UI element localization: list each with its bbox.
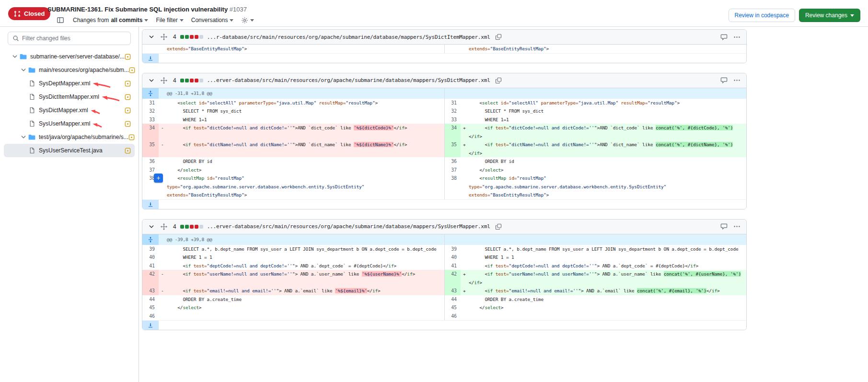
code-line-right[interactable]: <if test="deptCode!=null and deptCode!='… xyxy=(461,262,746,270)
tree-item-sysdeptmapper-xml[interactable]: SysDeptMapper.xml xyxy=(4,77,135,90)
line-number-left[interactable]: 40 xyxy=(142,253,159,262)
code-line-right[interactable]: + <if test="userName!=null and userName!… xyxy=(461,270,746,287)
code-line-right[interactable]: </select> xyxy=(461,303,746,312)
collapse-file-button[interactable] xyxy=(147,222,156,231)
sidebar-toggle-button[interactable] xyxy=(56,15,65,25)
file-kebab-button[interactable] xyxy=(732,76,741,85)
conversations-dropdown[interactable]: Conversations xyxy=(191,17,234,23)
modified-status-icon[interactable] xyxy=(125,81,131,87)
code-line-right[interactable]: ORDER BY a.create_time xyxy=(461,295,746,304)
code-line-left[interactable]: extends="BaseEntityResultMap"> xyxy=(159,45,444,53)
line-number-right[interactable]: 44 xyxy=(444,295,461,304)
line-number-left[interactable]: 38 xyxy=(142,174,159,183)
code-line-right[interactable]: extends="BaseEntityResultMap"> xyxy=(461,191,746,199)
copy-path-button[interactable] xyxy=(494,222,503,231)
line-number-right[interactable]: 31 xyxy=(444,99,461,107)
expand-down-button[interactable] xyxy=(142,321,159,330)
drag-handle-icon[interactable] xyxy=(160,222,168,231)
tree-item-test-java-org-apache-submarine-s[interactable]: test/java/org/apache/submarine/s... xyxy=(4,130,135,144)
line-number-right[interactable]: 34 xyxy=(444,124,461,140)
modified-status-icon[interactable] xyxy=(125,148,131,154)
line-number-right[interactable]: 40 xyxy=(444,253,461,262)
code-line-left[interactable]: SELECT * FROM sys_dict xyxy=(159,107,444,116)
code-line-left[interactable]: WHERE 1=1 xyxy=(159,116,444,124)
code-line-left[interactable]: - <if test="userName!=null and userName!… xyxy=(159,270,444,287)
code-line-left[interactable]: <if test="deptCode!=null and deptCode!='… xyxy=(159,262,444,270)
code-line-left[interactable]: SELECT a.*, b.dept_name FROM sys_user a … xyxy=(159,245,444,254)
code-line-right[interactable]: + <if test="dictName!=null and dictName!… xyxy=(461,140,746,157)
code-line-left[interactable]: </select> xyxy=(159,166,444,174)
tree-item-sysdictitemmapper-xml[interactable]: SysDictItemMapper.xml xyxy=(4,90,135,104)
drag-handle-icon[interactable] xyxy=(160,33,168,41)
code-line-right[interactable]: <resultMap id="resultMap" xyxy=(461,174,746,183)
code-line-left[interactable]: WHERE 1 = 1 xyxy=(159,253,444,262)
diff-settings-dropdown[interactable] xyxy=(241,17,254,24)
line-number-right[interactable]: 33 xyxy=(444,116,461,124)
line-number-right[interactable] xyxy=(444,183,461,191)
line-number-left[interactable]: 37 xyxy=(142,166,159,174)
code-line-left[interactable]: type="org.apache.submarine.server.databa… xyxy=(159,183,444,191)
tree-item-sysusermapper-xml[interactable]: SysUserMapper.xml xyxy=(4,117,135,130)
modified-status-icon[interactable] xyxy=(128,134,135,140)
code-line-right[interactable]: + <if test="dictCode!=null and dictCode!… xyxy=(461,124,746,140)
code-line-left[interactable]: - <if test="dictCode!=null and dictCode!… xyxy=(159,124,444,140)
line-number-left[interactable]: 35 xyxy=(142,140,159,157)
review-in-codespace-button[interactable]: Review in codespace xyxy=(729,9,795,22)
line-number-left[interactable]: 44 xyxy=(142,295,159,304)
line-number-right[interactable] xyxy=(444,45,461,53)
code-line-left[interactable]: </select> xyxy=(159,303,444,312)
code-line-left[interactable]: <select id="selectAll" parameterType="ja… xyxy=(159,99,444,107)
expand-hunk-button[interactable] xyxy=(142,88,159,99)
code-line-right[interactable]: WHERE 1=1 xyxy=(461,116,746,124)
file-filter-box[interactable] xyxy=(8,32,131,45)
line-number-left[interactable]: 46 xyxy=(142,312,159,321)
expand-down-button[interactable] xyxy=(142,200,159,209)
tree-item-main-resources-org-apache-subm[interactable]: main/resources/org/apache/subm... xyxy=(4,63,135,77)
line-number-left[interactable]: 39 xyxy=(142,245,159,254)
code-line-left[interactable]: - <if test="dictName!=null and dictName!… xyxy=(159,140,444,157)
file-comment-button[interactable] xyxy=(719,76,729,85)
expand-down-button[interactable] xyxy=(142,54,159,63)
line-number-right[interactable]: 37 xyxy=(444,166,461,174)
modified-status-icon[interactable] xyxy=(125,121,131,127)
modified-status-icon[interactable] xyxy=(125,54,131,60)
file-comment-button[interactable] xyxy=(719,33,729,42)
line-number-right[interactable]: 41 xyxy=(444,262,461,270)
line-number-right[interactable]: 46 xyxy=(444,312,461,321)
line-number-left[interactable] xyxy=(142,183,159,191)
line-number-left[interactable]: 36 xyxy=(142,157,159,166)
chevron-down-icon[interactable] xyxy=(12,53,18,60)
code-line-right[interactable]: extends="BaseEntityResultMap"> xyxy=(461,45,746,53)
line-number-left[interactable] xyxy=(142,191,159,199)
line-number-right[interactable]: 35 xyxy=(444,140,461,157)
expand-hunk-button[interactable] xyxy=(142,234,159,245)
code-line-right[interactable]: WHERE 1 = 1 xyxy=(461,253,746,262)
modified-status-icon[interactable] xyxy=(129,67,135,73)
code-line-left[interactable]: ORDER BY a.create_time xyxy=(159,295,444,304)
collapse-file-button[interactable] xyxy=(147,33,156,41)
tree-item-sysuserservicetest-java[interactable]: SysUserServiceTest.java xyxy=(4,144,135,157)
changes-from-dropdown[interactable]: Changes from all commits xyxy=(73,17,148,23)
line-number-right[interactable]: 45 xyxy=(444,303,461,312)
file-path-link[interactable]: ...r-database/src/main/resources/org/apa… xyxy=(207,34,490,40)
code-line-left[interactable]: <resultMap id="resultMap" xyxy=(159,174,444,183)
code-line-left[interactable]: ORDER BY id xyxy=(159,157,444,166)
modified-status-icon[interactable] xyxy=(125,94,131,100)
file-filter-input[interactable] xyxy=(22,35,126,42)
drag-handle-icon[interactable] xyxy=(160,76,168,85)
line-number-right[interactable]: 39 xyxy=(444,245,461,254)
add-comment-button[interactable] xyxy=(154,174,163,183)
code-line-left[interactable]: extends="BaseEntityResultMap"> xyxy=(159,191,444,199)
line-number-left[interactable]: 32 xyxy=(142,107,159,116)
file-kebab-button[interactable] xyxy=(732,33,741,42)
line-number-right[interactable]: 38 xyxy=(444,174,461,183)
modified-status-icon[interactable] xyxy=(125,107,131,114)
code-line-right[interactable]: type="org.apache.submarine.server.databa… xyxy=(461,183,746,191)
line-number-left[interactable]: 31 xyxy=(142,99,159,107)
line-number-left[interactable]: 34 xyxy=(142,124,159,140)
code-line-left[interactable] xyxy=(159,312,444,321)
code-line-right[interactable]: SELECT * FROM sys_dict xyxy=(461,107,746,116)
line-number-right[interactable]: 32 xyxy=(444,107,461,116)
line-number-left[interactable]: 33 xyxy=(142,116,159,124)
line-number-right[interactable]: 36 xyxy=(444,157,461,166)
